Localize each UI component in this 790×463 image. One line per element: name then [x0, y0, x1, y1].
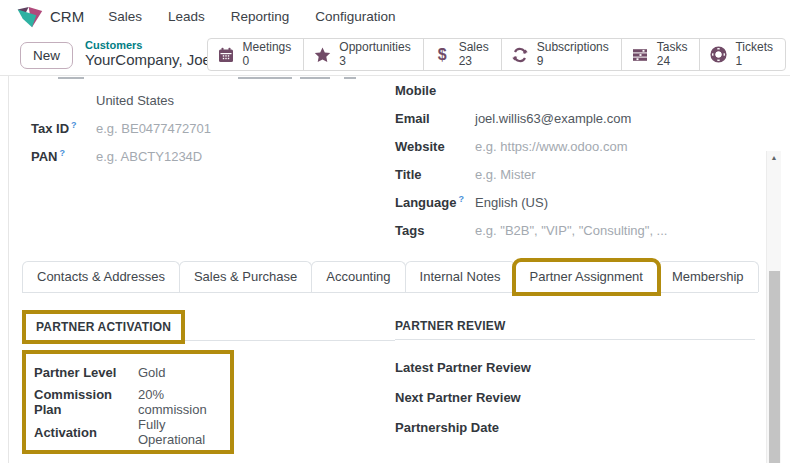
partner-level-select[interactable]: Gold: [138, 365, 165, 380]
level-weight-row: Level Weight? 1: [31, 459, 395, 463]
stat-label: Opportunities: [339, 41, 410, 55]
tab-partner-assignment[interactable]: Partner Assignment: [515, 261, 658, 293]
help-icon: ?: [59, 148, 65, 158]
stat-value: 3: [339, 55, 410, 69]
partnership-date-label: Partnership Date: [395, 420, 499, 435]
language-row: Language? English (US): [395, 188, 755, 216]
mobile-row: Mobile: [395, 76, 755, 104]
stat-meetings[interactable]: Meetings 0: [208, 39, 304, 70]
stat-tickets[interactable]: Tickets 1: [699, 39, 785, 70]
language-label: Language?: [395, 194, 475, 210]
website-row: Website e.g. https://www.odoo.com: [395, 132, 755, 160]
tax-id-row: Tax ID? e.g. BE0477472701: [31, 114, 395, 142]
menu-leads[interactable]: Leads: [168, 9, 205, 24]
menu-reporting[interactable]: Reporting: [231, 9, 290, 24]
tasks-icon: [632, 46, 649, 63]
title-input[interactable]: e.g. Mister: [475, 167, 536, 182]
stat-value: 0: [243, 55, 292, 69]
partner-activation-section: PARTNER ACTIVATION Partner Level Gold Co…: [9, 312, 395, 463]
next-partner-review-label: Next Partner Review: [395, 390, 521, 405]
vertical-scrollbar[interactable]: ▲: [766, 151, 781, 463]
tax-id-input[interactable]: e.g. BE0477472701: [96, 121, 211, 136]
crm-app-icon[interactable]: [16, 5, 43, 29]
tab-sales-purchase[interactable]: Sales & Purchase: [179, 261, 312, 292]
tab-accounting[interactable]: Accounting: [311, 261, 405, 292]
next-partner-review-row: Next Partner Review: [395, 382, 755, 412]
partner-assignment-content: PARTNER ACTIVATION Partner Level Gold Co…: [9, 312, 755, 463]
title-label: Title: [395, 167, 475, 182]
email-row: Email joel.willis63@example.com: [395, 104, 755, 132]
stat-subscriptions[interactable]: Subscriptions 9: [501, 39, 621, 70]
partnership-date-row: Partnership Date: [395, 412, 755, 442]
stat-value: 24: [657, 55, 688, 69]
highlighted-activation-fields: Partner Level Gold Commission Plan 20% c…: [22, 350, 234, 454]
fields-left-column: United States Tax ID? e.g. BE0477472701 …: [9, 76, 395, 244]
tags-label: Tags: [395, 223, 475, 238]
commission-plan-label: Commission Plan: [34, 387, 138, 417]
activation-row: Activation Fully Operational: [34, 417, 222, 447]
stat-label: Tickets: [735, 41, 773, 55]
stat-value: 1: [735, 55, 773, 69]
main-menu: Sales Leads Reporting Configuration: [108, 9, 395, 24]
help-icon: ?: [71, 120, 77, 130]
pan-label: PAN?: [31, 148, 96, 164]
stat-tasks[interactable]: Tasks 24: [621, 39, 700, 70]
stat-label: Subscriptions: [537, 41, 609, 55]
stat-button-box: Meetings 0 Opportunities 3 $ Sales 23: [207, 38, 786, 71]
email-input[interactable]: joel.willis63@example.com: [475, 111, 631, 126]
pan-input[interactable]: e.g. ABCTY1234D: [96, 149, 202, 164]
commission-plan-row: Commission Plan 20% commission: [34, 387, 222, 417]
stat-label: Tasks: [657, 41, 688, 55]
country-value[interactable]: United States: [96, 93, 174, 108]
menu-configuration[interactable]: Configuration: [315, 9, 395, 24]
tags-input[interactable]: e.g. "B2B", "VIP", "Consulting", ...: [475, 223, 667, 238]
stat-value: 23: [459, 55, 489, 69]
scrollbar-thumb[interactable]: [769, 271, 780, 463]
partner-review-heading: PARTNER REVIEW: [395, 319, 506, 333]
country-row: United States: [31, 86, 395, 114]
scrollbar-up-arrow[interactable]: ▲: [767, 154, 781, 161]
tags-row: Tags e.g. "B2B", "VIP", "Consulting", ..…: [395, 216, 755, 244]
partner-review-section: PARTNER REVIEW Latest Partner Review Nex…: [395, 312, 755, 463]
activation-select[interactable]: Fully Operational: [138, 417, 222, 447]
lifebuoy-icon: [710, 46, 727, 63]
fields-right-column: Mobile Email joel.willis63@example.com W…: [395, 76, 755, 244]
top-menu-bar: CRM Sales Leads Reporting Configuration: [0, 0, 790, 33]
stat-value: 9: [537, 55, 609, 69]
title-row: Title e.g. Mister: [395, 160, 755, 188]
latest-partner-review-row: Latest Partner Review: [395, 352, 755, 382]
partner-activation-heading: PARTNER ACTIVATION: [22, 310, 185, 344]
tab-membership[interactable]: Membership: [657, 261, 759, 292]
star-icon: [314, 46, 331, 63]
partner-level-label: Partner Level: [34, 365, 138, 380]
tab-contacts-addresses[interactable]: Contacts & Addresses: [22, 261, 180, 292]
stat-sales[interactable]: $ Sales 23: [423, 39, 501, 70]
refresh-icon: [512, 46, 529, 63]
commission-plan-select[interactable]: 20% commission: [138, 387, 222, 417]
email-label: Email: [395, 111, 475, 126]
contact-fields: United States Tax ID? e.g. BE0477472701 …: [9, 76, 755, 244]
tab-internal-notes[interactable]: Internal Notes: [405, 261, 516, 292]
website-input[interactable]: e.g. https://www.odoo.com: [475, 139, 627, 154]
website-label: Website: [395, 139, 475, 154]
stat-label: Sales: [459, 41, 489, 55]
mobile-label: Mobile: [395, 83, 475, 98]
heading-rule: [185, 340, 395, 341]
activation-label: Activation: [34, 425, 138, 440]
partner-level-row: Partner Level Gold: [34, 357, 222, 387]
calendar-icon: [218, 46, 235, 63]
control-panel: New Customers YourCompany, Joel Willis ⚙: [0, 33, 790, 75]
language-select[interactable]: English (US): [475, 195, 548, 210]
help-icon: ?: [458, 194, 464, 204]
form-sheet: United States Tax ID? e.g. BE0477472701 …: [0, 75, 790, 463]
stat-label: Meetings: [243, 41, 292, 55]
notebook-tabs: Contacts & Addresses Sales & Purchase Ac…: [22, 260, 758, 293]
latest-partner-review-label: Latest Partner Review: [395, 360, 531, 375]
stat-opportunities[interactable]: Opportunities 3: [303, 39, 422, 70]
pan-row: PAN? e.g. ABCTY1234D: [31, 142, 395, 170]
new-button[interactable]: New: [20, 42, 73, 69]
menu-sales[interactable]: Sales: [108, 9, 142, 24]
app-name[interactable]: CRM: [50, 8, 84, 25]
dollar-icon: $: [434, 46, 451, 63]
tax-id-label: Tax ID?: [31, 120, 96, 136]
